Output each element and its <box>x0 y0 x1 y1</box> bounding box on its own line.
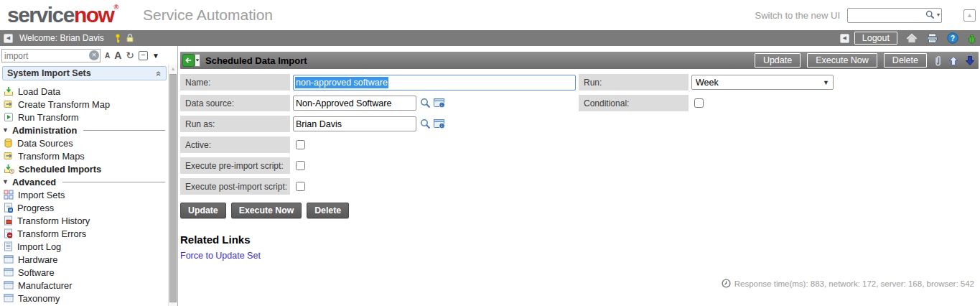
execute-now-button-toolbar[interactable]: Execute Now <box>807 53 877 68</box>
help-icon[interactable]: ? <box>947 32 958 44</box>
logo-service-text: service <box>7 3 74 27</box>
execute-now-button[interactable]: Execute Now <box>231 203 302 218</box>
app-title: Service Automation <box>143 6 273 24</box>
sidebar-item-hardware[interactable]: Hardware <box>2 253 167 266</box>
main-content: Scheduled Data Import Update Execute Now… <box>178 46 980 306</box>
servicenow-logo: servicenow® <box>7 4 118 26</box>
scroll-up-icon[interactable]: ▲ <box>169 65 177 73</box>
sidebar-item-load-data[interactable]: Load Data <box>2 85 167 98</box>
force-to-update-set-link[interactable]: Force to Update Set <box>180 251 579 261</box>
sidebar-item-transform-history[interactable]: Transform History <box>2 214 167 227</box>
delete-button-toolbar[interactable]: Delete <box>884 53 927 68</box>
data-source-input[interactable] <box>293 96 416 111</box>
collapse-all-icon[interactable]: − <box>139 51 148 60</box>
svg-text:?: ? <box>951 34 955 42</box>
run-as-input[interactable] <box>293 116 416 131</box>
chevron-down-icon: ▼ <box>2 178 9 185</box>
chevron-down-icon: ▼ <box>823 79 829 86</box>
name-label: Name: <box>180 74 290 91</box>
run-as-reference-icon[interactable] <box>434 119 446 129</box>
sidebar-item-software[interactable]: Software <box>2 266 167 279</box>
sidebar-item-data-sources[interactable]: Data Sources <box>2 136 167 149</box>
table-icon <box>4 255 14 264</box>
sidebar-item-run-transform[interactable]: Run Transform <box>2 111 167 124</box>
search-icon[interactable] <box>925 10 935 19</box>
home-icon[interactable] <box>906 33 918 44</box>
table-icon <box>4 268 14 277</box>
decrease-font-icon[interactable]: A <box>105 52 110 60</box>
run-transform-icon <box>4 112 14 122</box>
sidebar-item-import-sets[interactable]: Import Sets <box>2 188 167 201</box>
update-button-toolbar[interactable]: Update <box>755 53 801 68</box>
sidebar-item-import-log[interactable]: Import Log <box>2 240 167 253</box>
previous-record-arrow-icon[interactable] <box>948 55 958 66</box>
welcome-bar: ◀ Welcome: Brian Davis ◀ Logout ? <box>0 30 980 46</box>
table-icon <box>4 281 14 289</box>
next-record-arrow-icon[interactable] <box>965 55 975 66</box>
grid-icon <box>4 190 14 200</box>
left-triangle-icon: ◀ <box>843 35 846 41</box>
transform-map-icon <box>4 151 14 161</box>
errors-icon <box>4 228 13 238</box>
up-triangle-icon: ▲ <box>966 11 973 19</box>
form-button-row: Update Execute Now Delete <box>180 203 579 218</box>
security-lock-icon[interactable] <box>126 33 134 43</box>
navigator-filter-row: × A A ↻ − ▼ <box>0 46 177 64</box>
active-label: Active: <box>180 136 290 153</box>
sidebar-item-transform-errors[interactable]: Transform Errors <box>2 227 167 240</box>
collapse-header-button[interactable]: ▲ <box>963 9 976 22</box>
active-checkbox[interactable] <box>296 140 305 149</box>
filter-navigator-input[interactable] <box>1 49 101 62</box>
clock-icon <box>722 279 731 288</box>
post-import-script-checkbox[interactable] <box>296 182 305 191</box>
sidebar-item-transform-maps[interactable]: Transform Maps <box>2 149 167 162</box>
app-header-system-import-sets[interactable]: System Import Sets « <box>2 66 167 80</box>
conditional-checkbox[interactable] <box>694 98 704 108</box>
increase-font-icon[interactable]: A <box>114 50 121 61</box>
attachment-paperclip-icon[interactable] <box>933 55 942 67</box>
sidebar-section-advanced[interactable]: ▼ Advanced <box>2 175 167 188</box>
navigation-sidebar: × A A ↻ − ▼ System Import Sets « Load Da… <box>0 46 178 306</box>
load-data-icon <box>4 86 14 96</box>
debug-bug-icon[interactable] <box>967 33 976 44</box>
data-source-reference-icon[interactable] <box>434 98 446 108</box>
sidebar-item-create-transform-map[interactable]: Create Transform Map <box>2 98 167 111</box>
chevron-down-icon: ▼ <box>2 126 9 134</box>
logo-registered-mark: ® <box>113 4 118 11</box>
collapse-left-button[interactable]: ◀ <box>4 34 13 43</box>
scrollbar-thumb[interactable] <box>169 74 177 302</box>
transform-map-icon <box>4 99 14 109</box>
navigator-menu-caret-icon[interactable]: ▼ <box>152 52 159 60</box>
collapse-right-button[interactable]: ◀ <box>840 34 849 43</box>
print-icon[interactable] <box>926 33 938 44</box>
sidebar-item-manufacturer[interactable]: Manufacturer <box>2 279 167 292</box>
run-select[interactable]: Week ▼ <box>691 75 834 90</box>
back-button[interactable] <box>182 54 200 67</box>
switch-to-new-ui-link[interactable]: Switch to the new UI <box>755 10 841 21</box>
sidebar-item-scheduled-imports[interactable]: Scheduled Imports <box>2 162 167 175</box>
delete-button[interactable]: Delete <box>307 203 349 218</box>
clear-filter-icon[interactable]: × <box>89 50 99 60</box>
name-input[interactable]: non-approved software <box>293 75 576 91</box>
pre-import-script-checkbox[interactable] <box>296 161 305 170</box>
response-time-text: Response time(ms): 883, network: 172, se… <box>734 279 974 288</box>
search-options-caret-icon[interactable]: ▾ <box>937 11 940 18</box>
sidebar-item-taxonomy[interactable]: Taxonomy <box>2 292 167 305</box>
page-title: Scheduled Data Import <box>205 55 307 66</box>
sidebar-section-administration[interactable]: ▼ Administration <box>2 124 167 136</box>
refresh-navigator-icon[interactable]: ↻ <box>126 50 134 61</box>
data-source-lookup-icon[interactable] <box>420 98 431 108</box>
sidebar-scrollbar: ▲ <box>168 65 177 306</box>
left-triangle-icon: ◀ <box>6 35 10 41</box>
impersonate-key-icon[interactable] <box>113 33 122 44</box>
run-select-value: Week <box>696 78 719 88</box>
sidebar-item-progress[interactable]: Progress <box>2 201 167 214</box>
conditional-label: Conditional: <box>579 95 689 111</box>
data-source-label: Data source: <box>180 95 290 111</box>
logout-button[interactable]: Logout <box>854 32 897 45</box>
section-divider <box>62 182 165 182</box>
update-button[interactable]: Update <box>180 203 226 218</box>
global-search: ▾ <box>847 8 942 23</box>
run-as-lookup-icon[interactable] <box>420 119 431 129</box>
collapse-application-icon[interactable]: « <box>154 70 164 75</box>
